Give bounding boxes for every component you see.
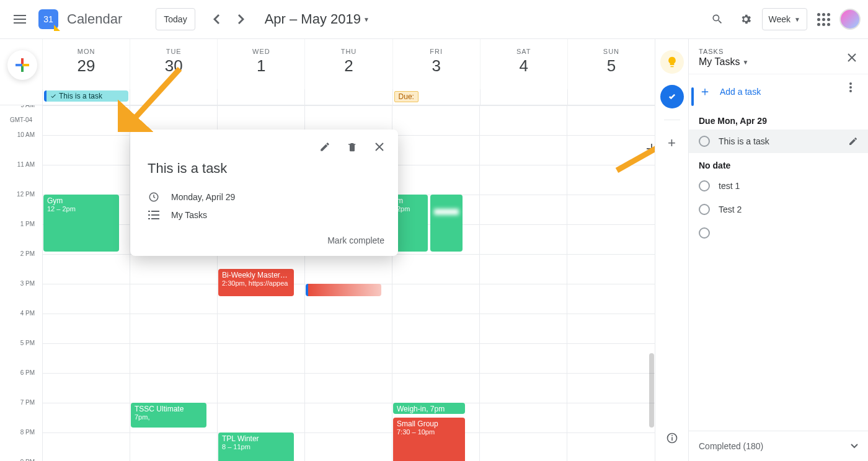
- event-thu-noon-a[interactable]: m 2pm: [393, 195, 428, 252]
- popup-date-row: Monday, April 29: [130, 188, 398, 206]
- tasks-list-selector[interactable]: My Tasks ▼: [699, 56, 858, 68]
- task-chip[interactable]: This is a task: [44, 90, 128, 102]
- chevron-down-icon: [851, 444, 858, 449]
- task-complete-toggle[interactable]: [699, 180, 710, 191]
- google-apps-button[interactable]: [811, 7, 836, 32]
- keep-sidebar-button[interactable]: [660, 50, 684, 74]
- svg-line-2: [617, 132, 655, 170]
- tasks-panel-close-button[interactable]: [842, 48, 862, 68]
- day-header-mon[interactable]: MON29: [42, 39, 130, 89]
- due-chip[interactable]: Due:: [394, 91, 418, 102]
- hour-label: 4 PM: [0, 310, 40, 317]
- event-mastermind[interactable]: Bi-Weekly Mastermind 2:30pm, https://app…: [218, 269, 294, 296]
- popup-list-row: My Tasks: [130, 206, 398, 224]
- all-day-row: This is a task Due:: [0, 89, 655, 105]
- add-task-label: Add a task: [720, 87, 761, 97]
- plus-icon: ＋: [699, 83, 711, 100]
- hour-label: 6 PM: [0, 369, 40, 376]
- day-header-fri[interactable]: FRI3: [392, 39, 480, 89]
- popup-title: This is a task: [130, 158, 398, 188]
- calendar-view: MON29 TUE30 WED1 THU2 FRI3 SAT4 SUN5 GMT…: [0, 39, 655, 461]
- task-row[interactable]: test 1: [689, 174, 868, 198]
- edit-task-button[interactable]: [848, 136, 858, 146]
- event-weighin[interactable]: Weigh-in, 7pm: [393, 403, 465, 414]
- all-day-cell-sat[interactable]: [480, 89, 567, 105]
- popup-edit-button[interactable]: [314, 136, 336, 158]
- caret-down-icon: ▼: [794, 16, 800, 23]
- create-button[interactable]: [7, 50, 37, 80]
- svg-rect-5: [671, 437, 673, 441]
- svg-point-8: [849, 86, 852, 89]
- task-row[interactable]: This is a task: [689, 130, 868, 153]
- app-header: 31 Calendar Today Apr – May 2019 ▼ Week …: [0, 0, 868, 39]
- no-date-section-label: No date: [689, 153, 868, 174]
- task-title: Test 2: [719, 204, 742, 214]
- main-menu-button[interactable]: [7, 7, 32, 32]
- search-button[interactable]: [705, 7, 730, 32]
- grid-scrollbar-thumb[interactable]: [649, 353, 654, 428]
- annotation-arrow-icon: [611, 126, 655, 175]
- event-tpl[interactable]: TPL Winter 8 – 11pm: [218, 432, 294, 461]
- task-row[interactable]: [689, 221, 868, 245]
- tasks-panel-caption: TASKS: [699, 48, 858, 55]
- due-section-label: Due Mon, Apr 29: [689, 108, 868, 130]
- event-smallgroup[interactable]: Small Group 7:30 – 10pm: [393, 418, 465, 461]
- task-complete-toggle[interactable]: [699, 204, 710, 215]
- hour-label: 12 PM: [0, 191, 40, 198]
- day-header-sun[interactable]: SUN5: [567, 39, 655, 89]
- view-select-label: Week: [769, 14, 791, 24]
- settings-button[interactable]: [733, 7, 758, 32]
- app-title: Calendar: [67, 11, 122, 27]
- popup-close-button[interactable]: [368, 136, 391, 158]
- day-header-sat[interactable]: SAT4: [480, 39, 567, 89]
- event-gym[interactable]: Gym 12 – 2pm: [43, 195, 119, 252]
- clock-icon: [148, 191, 160, 203]
- task-chip-label: This is a task: [59, 92, 102, 100]
- all-day-cell-fri[interactable]: Due:: [392, 89, 480, 105]
- all-day-cell-thu[interactable]: [304, 89, 392, 105]
- mark-complete-button[interactable]: Mark complete: [327, 235, 384, 245]
- task-complete-toggle[interactable]: [699, 136, 710, 147]
- view-select[interactable]: Week ▼: [762, 8, 807, 30]
- task-complete-toggle[interactable]: [699, 227, 710, 239]
- hour-label: 1 PM: [0, 221, 40, 227]
- hour-label: 11 AM: [0, 161, 40, 168]
- date-range-label: Apr – May 2019: [265, 11, 361, 27]
- plus-icon: [16, 58, 29, 72]
- svg-point-9: [849, 90, 852, 92]
- task-row[interactable]: Test 2: [689, 198, 868, 221]
- logo-day: 31: [43, 14, 53, 24]
- hour-label: 10 AM: [0, 131, 40, 138]
- side-panel-switcher: +: [655, 39, 688, 461]
- task-title: test 1: [719, 181, 740, 191]
- get-addons-button[interactable]: +: [660, 131, 684, 155]
- hour-label: 5 PM: [0, 340, 40, 346]
- tasks-more-button[interactable]: [841, 77, 861, 97]
- event-thu-3pm[interactable]: [306, 284, 381, 296]
- all-day-cell-mon[interactable]: This is a task: [42, 89, 130, 105]
- hour-label: 8 PM: [0, 429, 40, 436]
- event-tssc[interactable]: TSSC Ultimate 7pm,: [131, 403, 206, 428]
- prev-week-button[interactable]: [204, 7, 229, 32]
- event-thu-noon-b[interactable]: [430, 195, 463, 252]
- svg-line-1: [129, 69, 180, 125]
- completed-tasks-toggle[interactable]: Completed (180): [689, 431, 868, 461]
- calendar-logo: 31: [36, 7, 61, 32]
- today-button[interactable]: Today: [156, 8, 195, 30]
- svg-rect-6: [671, 435, 673, 436]
- next-week-button[interactable]: [229, 7, 254, 32]
- caret-down-icon: ▼: [363, 16, 370, 23]
- all-day-cell-sun[interactable]: [567, 89, 655, 105]
- date-range[interactable]: Apr – May 2019 ▼: [265, 11, 370, 27]
- account-avatar[interactable]: [839, 9, 861, 30]
- day-header-thu[interactable]: THU2: [304, 39, 392, 89]
- all-day-cell-wed[interactable]: [217, 89, 304, 105]
- info-button[interactable]: [660, 426, 684, 450]
- event-popup: This is a task Monday, April 29 My Tasks…: [130, 130, 398, 256]
- popup-delete-button[interactable]: [341, 136, 363, 158]
- tasks-sidebar-button[interactable]: [660, 85, 684, 108]
- day-headers: MON29 TUE30 WED1 THU2 FRI3 SAT4 SUN5: [0, 39, 655, 89]
- popup-list: My Tasks: [171, 210, 207, 220]
- apps-grid-icon: [817, 13, 830, 26]
- day-header-wed[interactable]: WED1: [217, 39, 304, 89]
